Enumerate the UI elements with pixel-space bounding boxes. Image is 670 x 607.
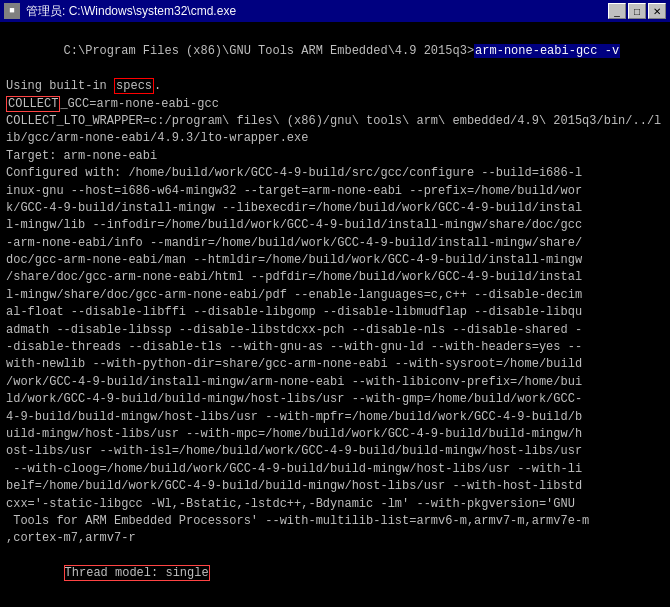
terminal-line: belf=/home/build/work/GCC-4-9-build/buil… [6,478,664,495]
thread-model-highlight: Thread model: single [64,565,210,581]
terminal-line: ost-libs/usr --with-isl=/home/build/work… [6,443,664,460]
terminal-line: COLLECT_GCC=arm-none-eabi-gcc [6,96,664,113]
terminal-line: admath --disable-libssp --disable-libstd… [6,322,664,339]
terminal-line: l-mingw/lib --infodir=/home/build/work/G… [6,217,664,234]
terminal-line: --with-cloog=/home/build/work/GCC-4-9-bu… [6,461,664,478]
terminal-line: 4-9-build/build-mingw/host-libs/usr --wi… [6,409,664,426]
terminal-line: -disable-threads --disable-tls --with-gn… [6,339,664,356]
terminal-line-thread-model: Thread model: single [6,548,664,600]
terminal-line: Using built-in specs. [6,78,664,95]
terminal-line: ,cortex-m7,armv7-r [6,530,664,547]
terminal-line: COLLECT_LTO_WRAPPER=c:/program\ files\ (… [6,113,664,148]
title-bar: ■ 管理员: C:\Windows\system32\cmd.exe _ □ ✕ [0,0,670,22]
terminal-line: with-newlib --with-python-dir=share/gcc-… [6,356,664,373]
command-input: arm-none-eabi-gcc -v [474,44,620,58]
terminal-line: cxx='-static-libgcc -Wl,-Bstatic,-lstdc+… [6,496,664,513]
terminal-line: l-mingw/share/doc/gcc-arm-none-eabi/pdf … [6,287,664,304]
terminal-line: ld/work/GCC-4-9-build/build-mingw/host-l… [6,391,664,408]
terminal-line: doc/gcc-arm-none-eabi/man --htmldir=/hom… [6,252,664,269]
terminal-line: Tools for ARM Embedded Processors' --wit… [6,513,664,530]
terminal-line: inux-gnu --host=i686-w64-mingw32 --targe… [6,183,664,200]
terminal-content-area: C:\Program Files (x86)\GNU Tools ARM Emb… [0,22,670,607]
window-title: 管理员: C:\Windows\system32\cmd.exe [26,3,236,20]
terminal-line: al-float --disable-libffi --disable-libg… [6,304,664,321]
terminal-line-gcc-version: gcc 4.9.3 20150529 (release) [ARM/embedd… [6,600,664,607]
window-icon: ■ [4,3,20,19]
specs-highlight: specs [114,78,154,94]
title-bar-left: ■ 管理员: C:\Windows\system32\cmd.exe [4,3,236,20]
terminal-line: /work/GCC-4-9-build/install-mingw/arm-no… [6,374,664,391]
terminal-line: Configured with: /home/build/work/GCC-4-… [6,165,664,182]
window: ■ 管理员: C:\Windows\system32\cmd.exe _ □ ✕… [0,0,670,607]
minimize-button[interactable]: _ [608,3,626,19]
terminal-area[interactable]: C:\Program Files (x86)\GNU Tools ARM Emb… [0,22,670,607]
title-bar-buttons: _ □ ✕ [608,3,666,19]
terminal-line: uild-mingw/host-libs/usr --with-mpc=/hom… [6,426,664,443]
close-button[interactable]: ✕ [648,3,666,19]
terminal-line: k/GCC-4-9-build/install-mingw --libexecd… [6,200,664,217]
terminal-line: Target: arm-none-eabi [6,148,664,165]
terminal-line: C:\Program Files (x86)\GNU Tools ARM Emb… [6,26,664,78]
prompt-text: C:\Program Files (x86)\GNU Tools ARM Emb… [64,44,474,58]
terminal-line: /share/doc/gcc-arm-none-eabi/html --pdfd… [6,269,664,286]
terminal-line: -arm-none-eabi/info --mandir=/home/build… [6,235,664,252]
maximize-button[interactable]: □ [628,3,646,19]
